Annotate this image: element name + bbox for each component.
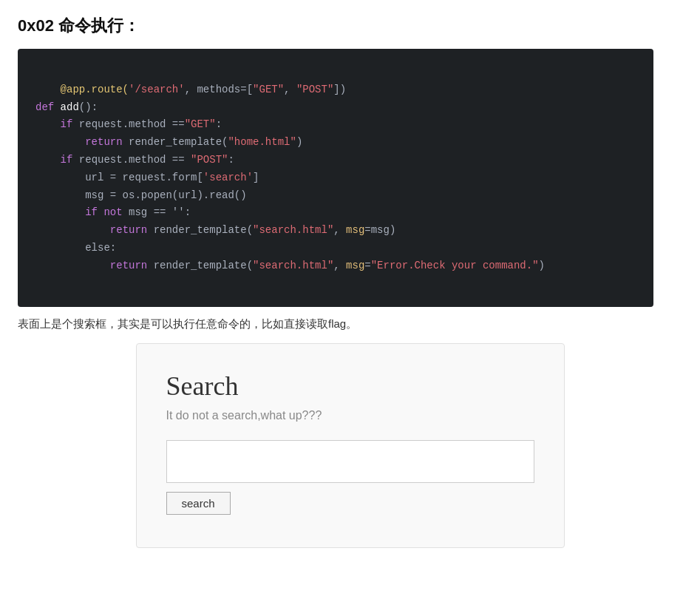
code-line-10: else: — [35, 242, 116, 254]
code-line-11: return render_template("search.html", ms… — [35, 260, 545, 271]
description-text: 表面上是个搜索框，其实是可以执行任意命令的，比如直接读取flag。 — [18, 317, 682, 331]
search-ui-title: Search — [166, 371, 534, 402]
code-line-7: msg = os.popen(url).read() — [35, 189, 247, 201]
code-block: @app.route('/search', methods=["GET", "P… — [35, 64, 636, 292]
code-line-8: if not msg == '': — [35, 206, 191, 218]
search-ui-subtitle: It do not a search,what up??? — [166, 409, 534, 422]
code-line-6: url = request.form['search'] — [35, 172, 259, 183]
code-block-wrapper: @app.route('/search', methods=["GET", "P… — [18, 49, 653, 307]
code-line-9: return render_template("search.html", ms… — [35, 224, 395, 236]
search-button[interactable]: search — [166, 492, 231, 515]
code-line-5: if request.method == "POST": — [35, 154, 234, 166]
code-line-4: return render_template("home.html") — [35, 136, 302, 148]
code-line-2: def add(): — [35, 101, 98, 113]
search-ui-container: Search It do not a search,what up??? sea… — [136, 343, 565, 548]
code-line-1: @app.route('/search', methods=["GET", "P… — [61, 84, 347, 95]
page-title: 0x02 命令执行： — [18, 15, 682, 37]
search-input[interactable] — [166, 440, 534, 483]
code-line-3: if request.method =="GET": — [35, 118, 222, 130]
